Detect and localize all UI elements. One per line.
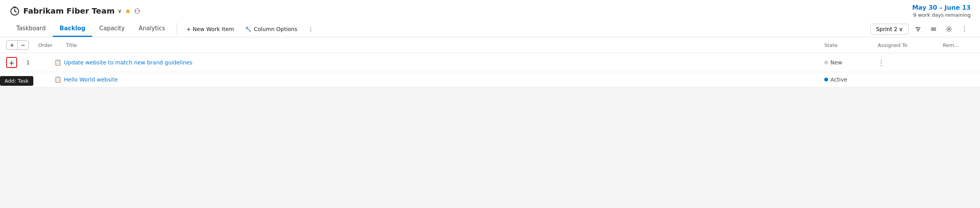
sprint-info: May 30 – June 13 9 work days remaining xyxy=(912,4,971,18)
row-title-link[interactable]: 📋 Update website to match new brand guid… xyxy=(54,59,821,66)
add-task-tooltip: Add: Task xyxy=(0,76,33,86)
timer-icon xyxy=(9,5,20,16)
nav-toolbar-row: Taskboard Backlog Capacity Analytics + N… xyxy=(9,21,971,37)
row-title-text: Hello World website xyxy=(64,76,118,83)
settings-button[interactable] xyxy=(943,24,955,35)
state-label: New xyxy=(830,59,842,66)
expand-all-button[interactable]: + xyxy=(7,41,18,49)
more-options-button[interactable]: ⋮ xyxy=(958,23,971,35)
right-controls: Sprint 2 ∨ ⋮ xyxy=(870,23,971,35)
work-item-icon: 📋 xyxy=(54,59,62,66)
tab-backlog[interactable]: Backlog xyxy=(53,21,93,37)
svg-point-4 xyxy=(916,27,918,28)
top-row: Fabrikam Fiber Team ∨ ★ ⚇ May 30 – June … xyxy=(9,4,971,21)
sprint-selector-label: Sprint 2 xyxy=(876,26,897,32)
tab-capacity[interactable]: Capacity xyxy=(92,21,132,37)
toolbar-section: + New Work Item 🔧 Column Options ⋮ xyxy=(182,24,318,35)
table-header-row: + − Order Title State Assigned To Rem... xyxy=(0,37,980,53)
add-task-button[interactable]: + xyxy=(6,57,17,68)
col-header-order: Order xyxy=(32,42,63,48)
row-title-link[interactable]: 📋 Hello World website xyxy=(54,76,821,83)
table-row: 📋 Hello World website Active xyxy=(0,72,980,87)
nav-and-toolbar: Taskboard Backlog Capacity Analytics + N… xyxy=(9,21,318,37)
svg-point-5 xyxy=(919,28,920,29)
row-assigned: ⋮ xyxy=(878,59,940,67)
tab-taskboard[interactable]: Taskboard xyxy=(9,21,53,37)
favorite-icon[interactable]: ★ xyxy=(125,7,131,15)
svg-point-10 xyxy=(948,28,950,30)
row-more-icon[interactable]: ⋮ xyxy=(878,59,885,67)
sprint-dates: May 30 – June 13 xyxy=(912,4,971,11)
collapse-all-button[interactable]: − xyxy=(18,41,29,49)
sprint-selector[interactable]: Sprint 2 ∨ xyxy=(870,24,909,35)
sprint-days: 9 work days remaining xyxy=(912,12,971,18)
row-state: Active xyxy=(824,76,875,83)
top-bar: Fabrikam Fiber Team ∨ ★ ⚇ May 30 – June … xyxy=(0,0,980,37)
row-title-text: Update website to match new brand guidel… xyxy=(64,59,193,66)
state-dot-active xyxy=(824,78,828,81)
team-name: Fabrikam Fiber Team xyxy=(23,6,115,16)
expand-collapse-buttons: + − xyxy=(6,40,29,50)
col-header-assigned: Assigned To xyxy=(878,42,940,48)
svg-line-2 xyxy=(15,11,16,12)
col-header-state: State xyxy=(824,42,875,48)
table-row: + 1 📋 Update website to match new brand … xyxy=(0,53,980,72)
work-item-icon: 📋 xyxy=(54,76,62,83)
team-dropdown-icon[interactable]: ∨ xyxy=(118,8,122,14)
col-header-title: Title xyxy=(66,42,821,48)
content-area: + − Order Title State Assigned To Rem...… xyxy=(0,37,980,87)
team-name-section: Fabrikam Fiber Team ∨ ★ ⚇ xyxy=(9,5,140,16)
tab-analytics[interactable]: Analytics xyxy=(132,21,172,37)
state-label: Active xyxy=(830,76,847,83)
more-dots-icon: ⋮ xyxy=(961,25,968,33)
svg-point-6 xyxy=(918,30,919,31)
nav-tabs: Taskboard Backlog Capacity Analytics xyxy=(9,21,172,37)
row-state: New xyxy=(824,59,875,66)
new-work-item-button[interactable]: + New Work Item xyxy=(182,24,239,35)
group-button[interactable] xyxy=(927,24,940,35)
row-order: 1 xyxy=(20,59,51,66)
sprint-chevron-icon: ∨ xyxy=(899,26,903,32)
state-dot-new xyxy=(824,61,828,64)
toolbar-more-button[interactable]: ⋮ xyxy=(303,24,318,35)
col-header-remaining: Rem... xyxy=(943,42,974,48)
nav-divider xyxy=(177,23,177,35)
team-members-icon[interactable]: ⚇ xyxy=(134,7,140,15)
more-icon: ⋮ xyxy=(308,26,313,32)
filter-button[interactable] xyxy=(912,24,924,35)
wrench-icon: 🔧 xyxy=(245,26,251,32)
column-options-button[interactable]: 🔧 Column Options xyxy=(240,24,302,35)
